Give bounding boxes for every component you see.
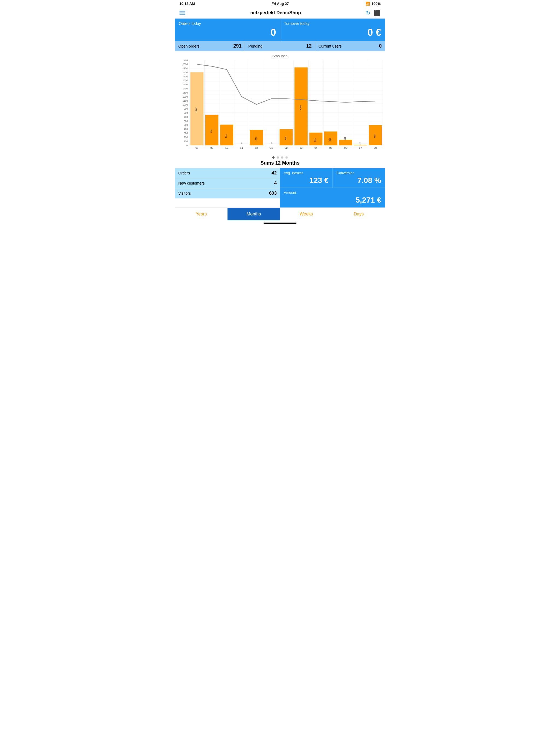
chart-title: Amount € [177,54,383,58]
sums-right-col: Avg. Basket 123 € Conversion 7.08 % Amou… [280,168,385,208]
app-title: netzperfekt DemoShop [185,10,366,16]
visitors-value: 603 [269,190,277,196]
svg-text:1900: 1900 [183,67,188,70]
status-bar: 10:13 AM Fri Aug 27 📶 100% [175,0,385,7]
new-customers-row[interactable]: New customers 4 [175,178,280,188]
sums-left-col: Orders 42 New customers 4 Visitors 603 [175,168,280,208]
home-bar [263,223,297,224]
dot-1[interactable] [272,156,275,159]
tab-days[interactable]: Days [332,208,385,221]
visitors-label: Visitors [178,191,191,196]
orders-sum-label: Orders [178,171,190,175]
chart-area: 0100200300400500600700800900100011001200… [177,60,383,153]
status-date: Fri Aug 27 [272,2,289,6]
dot-3[interactable] [281,156,283,159]
svg-text:2000: 2000 [183,63,188,66]
current-users-box[interactable]: Current users 0 [315,41,385,51]
sums-grid: Orders 42 New customers 4 Visitors 603 A… [175,168,385,208]
avg-basket-label: Avg. Basket [284,171,329,175]
svg-text:2100: 2100 [183,60,188,61]
turnover-today-label: Turnover today [284,21,381,26]
current-users-value: 0 [379,43,382,49]
svg-text:1,802: 1,802 [195,107,198,113]
dot-4[interactable] [285,156,288,159]
svg-text:02: 02 [285,146,288,149]
svg-text:1000: 1000 [183,103,188,106]
svg-text:11: 11 [240,146,243,149]
header-actions: ↻ ⬛ [366,9,381,16]
svg-text:754: 754 [210,130,212,133]
pending-label: Pending [248,44,262,48]
svg-text:1800: 1800 [183,71,188,74]
conversion-value: 7.08 % [337,176,381,185]
svg-text:398: 398 [284,137,287,140]
svg-text:100: 100 [184,140,188,143]
svg-text:341: 341 [329,138,331,141]
orders-sum-value: 42 [272,170,277,176]
svg-text:1500: 1500 [183,83,188,86]
open-orders-value: 291 [233,43,241,49]
amount-label: Amount [284,190,381,195]
svg-text:08: 08 [374,146,377,149]
pending-value: 12 [306,43,312,49]
svg-text:12: 12 [255,146,258,149]
svg-text:1600: 1600 [183,79,188,82]
svg-text:700: 700 [184,115,188,119]
avg-basket-box[interactable]: Avg. Basket 123 € [280,168,333,188]
conversion-box[interactable]: Conversion 7.08 % [333,168,385,188]
status-time: 10:13 AM [179,2,195,6]
svg-text:500: 500 [184,124,188,127]
svg-text:511: 511 [225,134,227,138]
dot-2[interactable] [277,156,279,159]
wifi-icon: 📶 [365,2,370,6]
svg-rect-58 [339,140,352,145]
svg-text:1,922: 1,922 [299,105,302,110]
orders-today-value: 0 [179,27,276,38]
turnover-today-box[interactable]: Turnover today 0 € [280,19,385,41]
svg-text:800: 800 [184,111,188,114]
battery-level: 100% [372,2,381,6]
tab-weeks[interactable]: Weeks [280,208,332,221]
chart-container: Amount € 0100200300400500600700800900100… [175,51,385,155]
svg-text:04: 04 [314,146,317,149]
svg-text:314: 314 [314,138,316,141]
amount-value: 5,271 € [284,196,381,205]
svg-text:400: 400 [184,128,188,130]
second-stats-row: Open orders 291 Pending 12 Current users… [175,41,385,51]
svg-text:1300: 1300 [183,91,188,94]
orders-sum-row[interactable]: Orders 42 [175,168,280,178]
svg-text:300: 300 [184,132,188,134]
open-orders-box[interactable]: Open orders 291 [175,41,245,51]
svg-rect-60 [354,145,367,146]
new-customers-label: New customers [178,181,205,185]
svg-text:1400: 1400 [183,87,188,90]
svg-text:0: 0 [186,144,188,147]
layers-icon[interactable]: ⬛ [374,9,381,16]
visitors-row[interactable]: Visitors 603 [175,188,280,199]
tab-years[interactable]: Years [175,208,228,221]
tab-months[interactable]: Months [228,208,280,221]
svg-text:0: 0 [271,141,272,144]
header: netzperfekt DemoShop ↻ ⬛ [175,7,385,19]
svg-text:08: 08 [196,146,199,149]
svg-text:1100: 1100 [183,100,188,102]
svg-text:1700: 1700 [183,75,188,78]
orders-today-label: Orders today [179,21,276,26]
top-stats-row: Orders today 0 Turnover today 0 € [175,19,385,41]
turnover-today-value: 0 € [284,27,381,38]
svg-text:07: 07 [359,146,362,149]
refresh-icon[interactable]: ↻ [366,9,371,16]
svg-text:09: 09 [210,146,213,149]
current-users-label: Current users [319,44,342,48]
pending-box[interactable]: Pending 12 [245,41,315,51]
open-orders-label: Open orders [178,44,200,48]
svg-text:136: 136 [344,137,346,140]
svg-text:05: 05 [329,146,332,149]
svg-text:503: 503 [374,134,376,138]
menu-button[interactable] [179,11,185,15]
status-right: 📶 100% [365,2,381,6]
svg-text:01: 01 [270,146,273,149]
sums-title: Sums 12 Months [175,160,385,166]
orders-today-box[interactable]: Orders today 0 [175,19,280,41]
amount-box[interactable]: Amount 5,271 € [280,188,385,208]
